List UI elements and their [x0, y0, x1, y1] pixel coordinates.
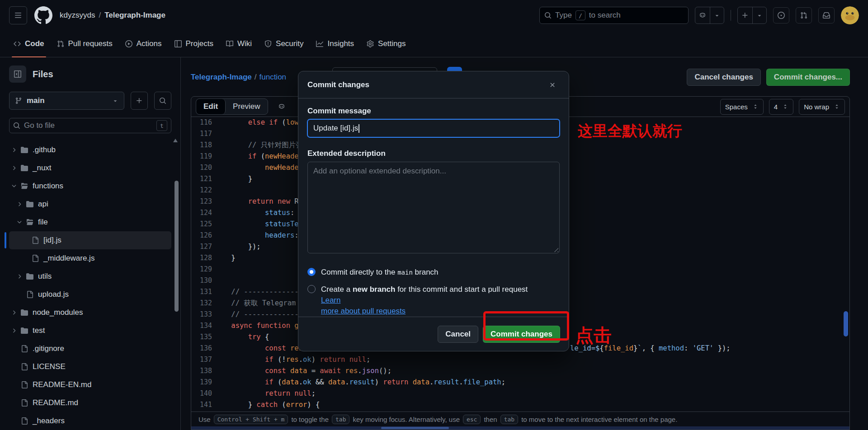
extended-description-textarea[interactable]: Add an optional extended description... — [307, 162, 560, 253]
modal-commit-button[interactable]: Commit changes — [483, 326, 560, 343]
annotation-note-defaults: 这里全默认就行 — [578, 121, 682, 141]
radio-direct-label: Commit directly to the main branch — [321, 267, 439, 278]
commit-message-label: Commit message — [307, 107, 560, 116]
commit-message-input[interactable]: Update [id].js — [307, 119, 560, 137]
modal-title: Commit changes — [307, 80, 369, 89]
radio-branch-label: Create a new branch for this commit and … — [321, 284, 538, 317]
annotation-note-click: 点击 — [576, 323, 612, 348]
textarea-placeholder: Add an optional extended description... — [313, 167, 446, 175]
commit-changes-modal: Commit changes Commit message Update [id… — [298, 71, 569, 351]
close-icon — [549, 81, 556, 89]
radio-commit-direct[interactable]: Commit directly to the main branch — [307, 267, 560, 278]
close-modal-button[interactable] — [545, 78, 560, 92]
commit-message-value: Update [id].js — [313, 124, 358, 133]
extended-description-label: Extended description — [307, 149, 560, 158]
learn-more-link[interactable]: Learnmore about pull requests — [321, 296, 406, 315]
radio-new-branch[interactable]: Create a new branch for this commit and … — [307, 284, 560, 317]
branch-name-badge: main — [397, 269, 413, 276]
radio-checked-icon[interactable] — [307, 268, 316, 276]
radio-unchecked-icon[interactable] — [307, 285, 316, 293]
text-caret — [359, 124, 359, 133]
modal-cancel-button[interactable]: Cancel — [438, 326, 478, 343]
